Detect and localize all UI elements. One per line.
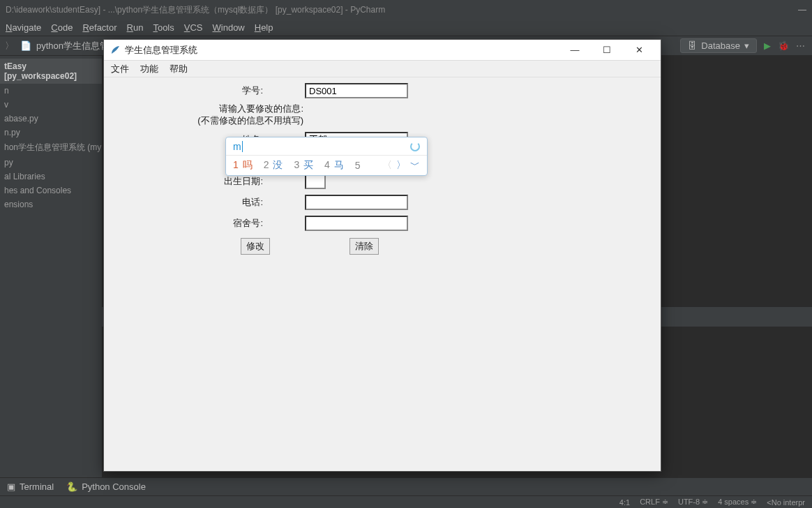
input-phone[interactable] <box>305 195 408 210</box>
tk-maximize-button[interactable]: ☐ <box>591 40 623 61</box>
tk-feather-icon <box>110 45 121 56</box>
ime-candidates: 1 吗 2 没 3 买 4 马 5 〈 〉 ﹀ <box>226 156 427 175</box>
tree-item[interactable]: hes and Consoles <box>0 184 102 197</box>
terminal-label: Terminal <box>20 481 54 492</box>
toolbar-more-icon[interactable]: ⋯ <box>796 40 805 51</box>
ime-input-text: m <box>233 141 241 152</box>
breadcrumb-chevron-icon: 〉 <box>3 40 15 52</box>
ime-caret <box>242 141 243 152</box>
label-modify-hint: 请输入要修改的信息: (不需修改的信息不用填写) <box>104 102 308 128</box>
tk-titlebar[interactable]: 学生信息管理系统 — ☐ ✕ <box>104 40 661 61</box>
line-separator[interactable]: CRLF ≑ <box>640 498 668 507</box>
ime-expand-icon[interactable]: ﹀ <box>410 159 420 172</box>
database-button[interactable]: 🗄 Database ▾ <box>680 38 757 53</box>
label-birth: 出生日期: <box>104 175 267 188</box>
tree-item[interactable]: al Libraries <box>0 170 102 184</box>
ime-next-icon[interactable]: 〉 <box>396 159 406 172</box>
tree-item[interactable]: ensions <box>0 197 102 211</box>
tk-app-window: 学生信息管理系统 — ☐ ✕ 文件 功能 帮助 学号: 请输入要修改的信息: (… <box>103 39 661 472</box>
project-header[interactable]: tEasy [py_workspace02] <box>0 59 102 84</box>
cursor-position[interactable]: 4:1 <box>619 498 630 507</box>
tree-item[interactable]: n.py <box>0 126 102 140</box>
run-icon[interactable]: ▶ <box>764 40 771 51</box>
label-dorm: 宿舍号: <box>104 217 267 230</box>
tree-item[interactable]: abase.py <box>0 112 102 126</box>
python-file-icon: 📄 <box>20 40 32 52</box>
terminal-tool[interactable]: ▣ Terminal <box>7 481 54 492</box>
tk-menu-bar: 文件 功能 帮助 <box>104 61 661 77</box>
ime-candidate-2[interactable]: 2 没 <box>264 159 283 172</box>
tk-window-title: 学生信息管理系统 <box>125 44 197 57</box>
tk-menu-help[interactable]: 帮助 <box>170 63 188 75</box>
ide-titlebar: D:\ideawork\studentEasy] - ...\python学生信… <box>0 0 812 20</box>
ide-main-menu: Navigate Code Refactor Run Tools VCS Win… <box>0 20 812 36</box>
file-encoding[interactable]: UTF-8 ≑ <box>678 498 708 507</box>
label-phone: 电话: <box>104 196 267 209</box>
tool-window-bar: ▣ Terminal 🐍 Python Console <box>0 477 812 495</box>
ime-candidate-5[interactable]: 5 <box>355 160 362 171</box>
menu-navigate[interactable]: Navigate <box>6 22 41 33</box>
tk-close-button[interactable]: ✕ <box>623 40 655 61</box>
tree-item[interactable]: hon学生信息管理系统 (my <box>0 140 102 156</box>
tree-item[interactable]: v <box>0 98 102 112</box>
ime-input-row: m <box>226 137 427 156</box>
tk-minimize-button[interactable]: — <box>559 40 591 61</box>
dropdown-icon: ▾ <box>744 40 749 51</box>
label-student-id: 学号: <box>104 84 267 97</box>
menu-vcs[interactable]: VCS <box>184 22 203 33</box>
menu-window[interactable]: Window <box>213 22 245 33</box>
database-icon: 🗄 <box>688 40 697 51</box>
clear-button[interactable]: 清除 <box>349 238 379 255</box>
project-tree[interactable]: tEasy [py_workspace02] n v abase.py n.py… <box>0 56 102 486</box>
python-console-label: Python Console <box>82 481 146 492</box>
tree-item[interactable]: n <box>0 84 102 98</box>
menu-refactor[interactable]: Refactor <box>82 22 116 33</box>
modify-button[interactable]: 修改 <box>241 238 270 255</box>
menu-code[interactable]: Code <box>51 22 73 33</box>
database-label: Database <box>701 40 740 51</box>
interpreter-status[interactable]: <No interpr <box>767 498 805 507</box>
ime-candidate-4[interactable]: 4 马 <box>324 159 344 172</box>
python-console-tool[interactable]: 🐍 Python Console <box>66 481 146 492</box>
input-birth[interactable] <box>305 174 326 189</box>
input-student-id[interactable] <box>305 83 408 98</box>
ide-window-controls: — <box>798 5 806 15</box>
menu-tools[interactable]: Tools <box>153 22 174 33</box>
ime-candidate-window: m 1 吗 2 没 3 买 4 马 5 〈 〉 ﹀ <box>225 137 428 176</box>
input-dorm[interactable] <box>305 216 408 231</box>
indent-setting[interactable]: 4 spaces ≑ <box>718 498 757 507</box>
terminal-icon: ▣ <box>7 481 15 492</box>
ime-candidate-3[interactable]: 3 买 <box>294 159 313 172</box>
status-bar: 4:1 CRLF ≑ UTF-8 ≑ 4 spaces ≑ <No interp… <box>0 495 812 508</box>
ime-nav: 〈 〉 ﹀ <box>382 159 420 172</box>
ime-prev-icon[interactable]: 〈 <box>382 159 392 172</box>
tk-menu-function[interactable]: 功能 <box>140 63 158 75</box>
menu-help[interactable]: Help <box>255 22 273 33</box>
menu-run[interactable]: Run <box>127 22 144 33</box>
tk-menu-file[interactable]: 文件 <box>111 63 129 75</box>
tree-item[interactable]: py <box>0 156 102 170</box>
ime-candidate-1[interactable]: 1 吗 <box>233 159 253 172</box>
minimize-icon[interactable]: — <box>798 5 806 15</box>
ide-title-text: D:\ideawork\studentEasy] - ...\python学生信… <box>6 4 385 16</box>
python-icon: 🐍 <box>66 481 77 492</box>
debug-icon[interactable]: 🐞 <box>778 40 789 51</box>
ime-spinner-icon <box>410 142 420 151</box>
